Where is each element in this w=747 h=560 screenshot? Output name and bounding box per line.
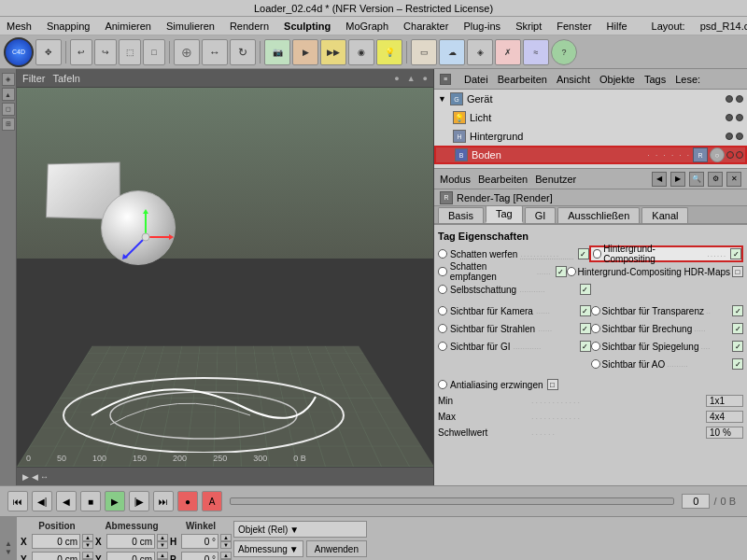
- anim-current-frame[interactable]: 0: [682, 494, 710, 509]
- tab-kanal[interactable]: Kanal: [641, 207, 688, 223]
- toolbar-help-btn[interactable]: ?: [551, 39, 577, 65]
- toolbar-select-btn[interactable]: ⬚: [119, 39, 141, 65]
- obj-menu-tags[interactable]: Tags: [644, 74, 666, 85]
- aa-max-value[interactable]: [706, 411, 743, 423]
- coord-h-down[interactable]: ▼: [220, 541, 232, 549]
- coord-size-dropdown[interactable]: Abmessung ▼: [233, 540, 303, 557]
- coord-h-up[interactable]: ▲: [220, 534, 232, 541]
- coord-x-pos[interactable]: [32, 534, 80, 549]
- prop-check-brechung[interactable]: ✓: [732, 323, 743, 334]
- mode-next-btn[interactable]: ▶: [670, 172, 685, 187]
- viewport[interactable]: Filter Tafeln ● ▲ ●: [17, 69, 434, 485]
- prop-check-gi[interactable]: ✓: [580, 341, 591, 352]
- coord-h-angle[interactable]: [181, 534, 218, 549]
- coord-obj-dropdown[interactable]: Objekt (Rel) ▼: [233, 521, 367, 538]
- menu-simulieren[interactable]: Simulieren: [163, 20, 218, 33]
- tab-tag[interactable]: Tag: [486, 205, 523, 223]
- anim-play[interactable]: ▶: [105, 491, 125, 511]
- menu-mograph[interactable]: MoGraph: [343, 20, 391, 33]
- toolbar-render2-btn[interactable]: ▶▶: [320, 39, 346, 65]
- menu-sculpting[interactable]: Sculpting: [281, 20, 333, 33]
- aa-enabled-check[interactable]: □: [547, 379, 558, 390]
- menu-plugins[interactable]: Plug-ins: [460, 20, 503, 33]
- prop-check-schatten-empfangen[interactable]: ✓: [556, 266, 567, 277]
- coord-arrow-down[interactable]: ▼: [5, 548, 12, 556]
- anim-autokey[interactable]: A: [202, 491, 222, 511]
- obj-item-boden[interactable]: B Boden · · · · · · R ○: [434, 146, 747, 164]
- mode-prev-btn[interactable]: ◀: [652, 172, 667, 187]
- tab-ausschliessen[interactable]: Ausschließen: [557, 207, 640, 223]
- toolbar-env-btn[interactable]: ◈: [467, 39, 493, 65]
- coord-p-up[interactable]: ▲: [220, 552, 232, 559]
- toolbar-obj-btn[interactable]: □: [143, 39, 165, 65]
- obj-menu-ansicht[interactable]: Ansicht: [557, 74, 590, 85]
- toolbar-cam-btn[interactable]: 📷: [264, 39, 290, 65]
- menu-rendern[interactable]: Rendern: [227, 20, 272, 33]
- prop-check-spiegelung[interactable]: ✓: [732, 341, 743, 352]
- obj-menu-lese[interactable]: Lese:: [675, 74, 700, 85]
- tab-gi[interactable]: GI: [525, 207, 557, 223]
- mode-benutzer[interactable]: Benutzer: [535, 174, 576, 185]
- coord-sx-up[interactable]: ▲: [157, 534, 168, 541]
- coord-arrow-up[interactable]: ▲: [5, 539, 12, 548]
- obj-item-geraet[interactable]: ▼ G Gerät: [434, 90, 747, 108]
- toolbar-sky-btn[interactable]: ☁: [439, 39, 465, 65]
- toolbar-python-btn[interactable]: ≈: [523, 39, 549, 65]
- sidebar-icon-2[interactable]: ▲: [2, 88, 15, 101]
- anim-goto-start[interactable]: ⏮: [7, 491, 28, 511]
- coord-p-angle[interactable]: [181, 552, 218, 560]
- sidebar-icon-4[interactable]: ⊞: [2, 118, 15, 131]
- toolbar-scale-btn[interactable]: ↔: [202, 39, 228, 65]
- coord-x-size[interactable]: [106, 534, 155, 549]
- mode-settings-btn[interactable]: ⚙: [708, 172, 723, 187]
- toolbar-xpresso-btn[interactable]: ✗: [495, 39, 521, 65]
- anim-step-fwd[interactable]: |▶: [129, 491, 149, 511]
- menu-snapping[interactable]: Snapping: [44, 20, 93, 33]
- prop-check-hintergrund-compositing[interactable]: ✓: [730, 248, 741, 259]
- obj-menu-bearbeiten[interactable]: Bearbeiten: [498, 74, 547, 85]
- obj-item-licht[interactable]: 💡 Licht: [434, 108, 747, 127]
- menu-layout-value[interactable]: psd_R14.c4d (Benutzer): [698, 20, 747, 33]
- anim-stop[interactable]: ■: [80, 491, 101, 511]
- toolbar-mode-btn[interactable]: C4D: [4, 37, 34, 67]
- anim-timeline-slider[interactable]: [230, 497, 674, 505]
- menu-animieren[interactable]: Animieren: [102, 20, 154, 33]
- coord-x-down[interactable]: ▼: [82, 541, 93, 549]
- tab-basis[interactable]: Basis: [438, 207, 484, 223]
- mode-close-btn[interactable]: ✕: [726, 172, 741, 187]
- toolbar-redo-btn[interactable]: ↪: [94, 39, 117, 65]
- vp-menu-filter[interactable]: Filter: [22, 73, 45, 84]
- menu-hilfe[interactable]: Hilfe: [604, 20, 630, 33]
- obj-menu-objekte[interactable]: Objekte: [599, 74, 635, 85]
- menu-skript[interactable]: Skript: [513, 20, 544, 33]
- vp-menu-tafeln[interactable]: Tafeln: [52, 73, 79, 84]
- prop-check-kamera[interactable]: ✓: [580, 305, 591, 316]
- coord-sy-up[interactable]: ▲: [157, 552, 168, 559]
- obj-menu-datei[interactable]: Datei: [464, 74, 488, 85]
- prop-check-transparenz[interactable]: ✓: [732, 305, 743, 316]
- coord-y-size[interactable]: [106, 552, 155, 560]
- coord-sx-down[interactable]: ▼: [157, 541, 168, 549]
- aa-min-value[interactable]: [706, 395, 743, 407]
- menu-mesh[interactable]: Mesh: [4, 20, 35, 33]
- menu-charakter[interactable]: Charakter: [401, 20, 451, 33]
- anim-goto-end[interactable]: ⏭: [153, 491, 174, 511]
- coord-y-up[interactable]: ▲: [82, 552, 93, 559]
- aa-thresh-value[interactable]: [706, 427, 743, 439]
- coord-apply-btn[interactable]: Anwenden: [306, 540, 367, 557]
- mode-modus[interactable]: Modus: [440, 174, 471, 185]
- coord-y-pos[interactable]: [32, 552, 80, 560]
- toolbar-floor-btn[interactable]: ▭: [411, 39, 437, 65]
- mode-bearbeiten[interactable]: Bearbeiten: [478, 174, 528, 185]
- anim-step-back[interactable]: ◀|: [32, 491, 52, 511]
- sidebar-icon-3[interactable]: ◻: [2, 103, 15, 116]
- prop-check-hintergrund-hdr[interactable]: □: [732, 266, 743, 277]
- prop-check-selbstschattung[interactable]: ✓: [580, 284, 591, 295]
- anim-record[interactable]: ●: [177, 491, 198, 511]
- toolbar-snap-btn[interactable]: ✥: [35, 39, 62, 65]
- obj-item-hintergrund[interactable]: H Hintergrund: [434, 127, 747, 146]
- coord-x-up[interactable]: ▲: [82, 534, 93, 541]
- toolbar-light-btn[interactable]: 💡: [376, 39, 402, 65]
- prop-check-schatten-werfen[interactable]: ✓: [578, 248, 589, 259]
- mode-search-btn[interactable]: 🔍: [689, 172, 704, 187]
